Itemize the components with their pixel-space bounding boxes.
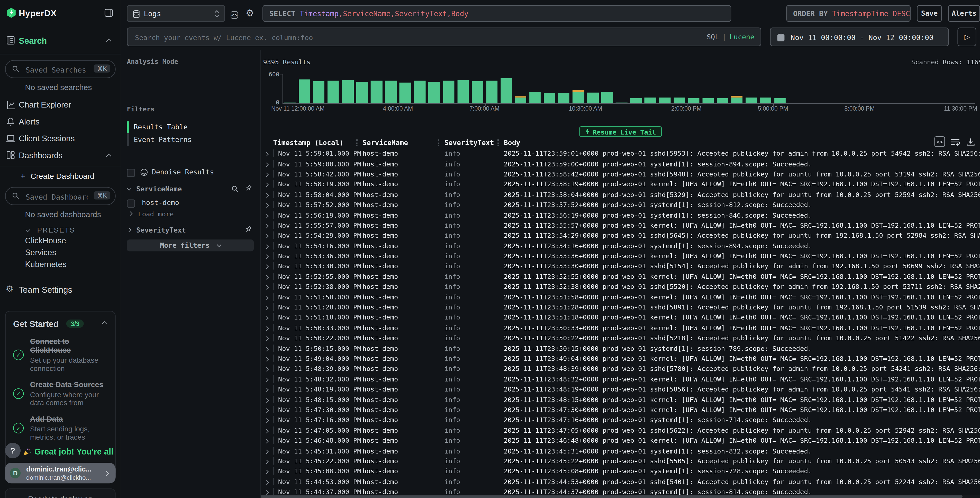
- table-row[interactable]: Nov 11 5:44:53.000 PMhost-demoinfo2025-1…: [261, 476, 980, 487]
- table-row[interactable]: Nov 11 5:59:01.000 PMhost-demoinfo2025-1…: [261, 148, 980, 158]
- table-row[interactable]: Nov 11 5:45:22.000 PMhost-demoinfo2025-1…: [261, 456, 980, 466]
- table-row[interactable]: Nov 11 5:46:48.000 PMhost-demoinfo2025-1…: [261, 435, 980, 445]
- expand-row-icon[interactable]: [264, 460, 269, 464]
- expand-row-icon[interactable]: [264, 378, 269, 382]
- saved-searches-input[interactable]: [24, 61, 89, 79]
- saved-searches-field[interactable]: ⌘K: [5, 60, 115, 78]
- get-started-item[interactable]: ✓ Connect to ClickHouse Set up your data…: [13, 338, 107, 373]
- pin-icon[interactable]: [245, 184, 253, 193]
- table-row[interactable]: Nov 11 5:51:28.000 PMhost-demoinfo2025-1…: [261, 302, 980, 312]
- expand-row-icon[interactable]: [264, 162, 269, 167]
- filter-value-host-demo[interactable]: host-demo: [142, 199, 179, 207]
- expand-row-icon[interactable]: [264, 316, 269, 321]
- column-header-timestamp[interactable]: Timestamp (Local): [273, 139, 363, 147]
- sidebar-item-chart-explorer[interactable]: Chart Explorer: [19, 100, 71, 109]
- expand-row-icon[interactable]: [264, 449, 269, 454]
- expand-row-icon[interactable]: [264, 367, 269, 372]
- alerts-button[interactable]: Alerts: [948, 5, 980, 22]
- expand-row-icon[interactable]: [264, 347, 269, 351]
- table-row[interactable]: Nov 11 5:53:30.000 PMhost-demoinfo2025-1…: [261, 261, 980, 271]
- table-row[interactable]: Nov 11 5:52:38.000 PMhost-demoinfo2025-1…: [261, 281, 980, 292]
- horizontal-scrollbar[interactable]: [261, 495, 980, 498]
- run-query-button[interactable]: ▷: [958, 27, 976, 46]
- denoise-label[interactable]: Denoise Results: [152, 168, 214, 176]
- table-row[interactable]: Nov 11 5:45:31.000 PMhost-demoinfo2025-1…: [261, 445, 980, 456]
- expand-row-icon[interactable]: [264, 255, 269, 259]
- table-row[interactable]: Nov 11 5:56:19.000 PMhost-demoinfo2025-1…: [261, 210, 980, 220]
- column-header-servicename[interactable]: ServiceName: [363, 139, 444, 147]
- table-row[interactable]: Nov 11 5:47:30.000 PMhost-demoinfo2025-1…: [261, 404, 980, 415]
- filter-group-servicename[interactable]: ServiceName: [136, 185, 182, 193]
- sidebar-item-team-settings[interactable]: Team Settings: [19, 285, 72, 295]
- expand-row-icon[interactable]: [264, 326, 269, 331]
- saved-dashboards-input[interactable]: [24, 188, 89, 206]
- presets-section[interactable]: PRESETS: [26, 224, 75, 235]
- table-row[interactable]: Nov 11 5:59:00.000 PMhost-demoinfo2025-1…: [261, 158, 980, 169]
- expand-row-icon[interactable]: [264, 295, 269, 300]
- user-profile-card[interactable]: D dominic.tran@clic... dominic.tran@clic…: [5, 463, 115, 483]
- expand-row-icon[interactable]: [264, 357, 269, 361]
- preset-services[interactable]: Services: [25, 248, 56, 257]
- expand-row-icon[interactable]: [264, 388, 269, 392]
- table-row[interactable]: Nov 11 5:57:52.000 PMhost-demoinfo2025-1…: [261, 200, 980, 210]
- mode-results-table[interactable]: Results Table: [134, 123, 188, 131]
- sql-toggle[interactable]: SQL: [707, 33, 719, 42]
- table-row[interactable]: Nov 11 5:52:55.000 PMhost-demoinfo2025-1…: [261, 271, 980, 281]
- expand-row-icon[interactable]: [264, 470, 269, 474]
- chevron-down-icon[interactable]: [127, 186, 131, 191]
- date-range-picker[interactable]: Nov 11 00:00:00 - Nov 12 00:00:00: [770, 27, 949, 46]
- table-row[interactable]: Nov 11 5:48:39.000 PMhost-demoinfo2025-1…: [261, 364, 980, 374]
- query-language-toggle[interactable]: SQL|Lucene: [707, 33, 754, 42]
- get-started-collapse-icon[interactable]: [102, 321, 107, 327]
- expand-row-icon[interactable]: [264, 152, 269, 156]
- preset-kubernetes[interactable]: Kubernetes: [25, 260, 67, 269]
- more-filters-button[interactable]: More filters: [127, 239, 254, 251]
- sidebar-item-search[interactable]: Search: [19, 36, 47, 46]
- table-row[interactable]: Nov 11 5:45:08.000 PMhost-demoinfo2025-1…: [261, 466, 980, 476]
- expand-row-icon[interactable]: [264, 285, 269, 290]
- table-row[interactable]: Nov 11 5:44:37.000 PMhost-demoinfo2025-1…: [261, 487, 980, 495]
- results-histogram[interactable]: [283, 74, 975, 104]
- expand-row-icon[interactable]: [264, 337, 269, 341]
- filter-group-severitytext[interactable]: SeverityText: [136, 227, 186, 235]
- table-row[interactable]: Nov 11 5:50:33.000 PMhost-demoinfo2025-1…: [261, 322, 980, 333]
- expand-row-icon[interactable]: [264, 234, 269, 238]
- expand-row-icon[interactable]: [264, 490, 269, 495]
- sidebar-collapse-icon[interactable]: [104, 9, 113, 17]
- column-header-severitytext[interactable]: SeverityText: [444, 139, 504, 147]
- expand-row-icon[interactable]: [264, 214, 269, 218]
- table-row[interactable]: Nov 11 5:50:15.000 PMhost-demoinfo2025-1…: [261, 343, 980, 353]
- table-row[interactable]: Nov 11 5:48:32.000 PMhost-demoinfo2025-1…: [261, 374, 980, 384]
- sidebar-item-dashboards[interactable]: Dashboards: [19, 151, 62, 160]
- host-demo-checkbox[interactable]: [127, 200, 135, 208]
- save-button[interactable]: Save: [917, 5, 942, 22]
- table-row[interactable]: Nov 11 5:47:05.000 PMhost-demoinfo2025-1…: [261, 425, 980, 435]
- get-started-item[interactable]: ✓ Create Data Sources Configure where yo…: [13, 381, 107, 407]
- search-field[interactable]: SQL|Lucene: [127, 27, 762, 46]
- help-button[interactable]: ?: [5, 443, 21, 458]
- expand-row-icon[interactable]: [264, 265, 269, 269]
- search-input[interactable]: [134, 28, 673, 47]
- sidebar-item-client-sessions[interactable]: Client Sessions: [19, 134, 75, 143]
- expand-row-icon[interactable]: [264, 275, 269, 279]
- chevron-right-icon[interactable]: [127, 228, 131, 232]
- expand-row-icon[interactable]: [264, 183, 269, 187]
- expand-row-icon[interactable]: [264, 193, 269, 198]
- lucene-toggle[interactable]: Lucene: [730, 33, 754, 42]
- table-row[interactable]: Nov 11 5:49:04.000 PMhost-demoinfo2025-1…: [261, 353, 980, 364]
- filter-search-icon[interactable]: [231, 185, 239, 193]
- sql-editor-icon[interactable]: <>: [231, 8, 238, 20]
- table-row[interactable]: Nov 11 5:51:58.000 PMhost-demoinfo2025-1…: [261, 292, 980, 302]
- table-row[interactable]: Nov 11 5:51:18.000 PMhost-demoinfo2025-1…: [261, 312, 980, 322]
- load-more-link[interactable]: Load more: [138, 210, 173, 218]
- table-row[interactable]: Nov 11 5:54:29.000 PMhost-demoinfo2025-1…: [261, 230, 980, 241]
- expand-row-icon[interactable]: [264, 480, 269, 484]
- table-row[interactable]: Nov 11 5:58:42.000 PMhost-demoinfo2025-1…: [261, 169, 980, 179]
- source-select[interactable]: Logs: [127, 5, 225, 22]
- expand-row-icon[interactable]: [264, 172, 269, 177]
- expand-row-icon[interactable]: [264, 306, 269, 310]
- sidebar-item-alerts[interactable]: Alerts: [19, 117, 40, 126]
- table-row[interactable]: Nov 11 5:53:36.000 PMhost-demoinfo2025-1…: [261, 251, 980, 261]
- expand-row-icon[interactable]: [264, 429, 269, 433]
- table-row[interactable]: Nov 11 5:55:57.000 PMhost-demoinfo2025-1…: [261, 220, 980, 230]
